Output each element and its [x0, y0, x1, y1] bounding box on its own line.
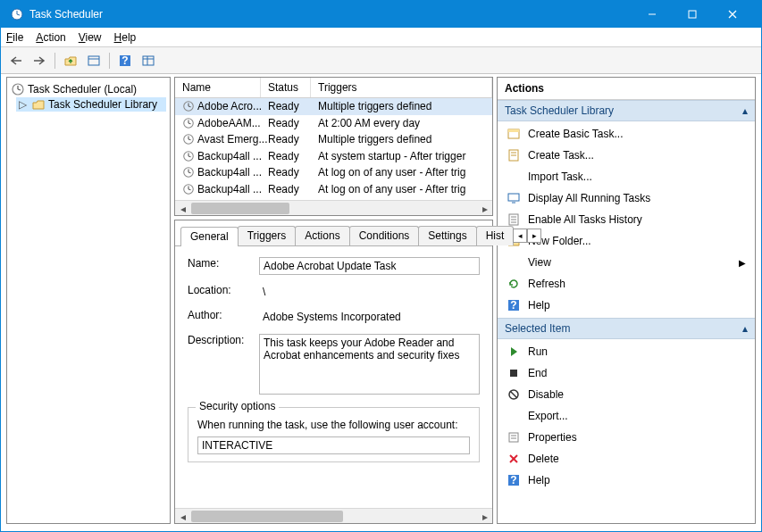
- action-display-all-running-tasks[interactable]: Display All Running Tasks: [498, 187, 755, 209]
- action-refresh[interactable]: Refresh: [498, 273, 755, 295]
- clock-icon: [10, 7, 24, 21]
- task-list-hscroll[interactable]: ◂▸: [175, 200, 492, 215]
- maximize-button[interactable]: [672, 1, 712, 28]
- action-label: Enable All Tasks History: [528, 213, 642, 226]
- action-run[interactable]: Run: [498, 341, 755, 362]
- close-button[interactable]: [712, 1, 752, 28]
- wizard-icon: [507, 127, 521, 141]
- detail-hscroll[interactable]: ◂▸: [175, 508, 492, 523]
- tree-root[interactable]: Task Scheduler (Local): [11, 81, 166, 97]
- action-label: Delete: [528, 453, 559, 465]
- task-name: Avast Emerg...: [197, 133, 267, 145]
- menu-action[interactable]: Action: [36, 31, 65, 44]
- up-folder-button[interactable]: [61, 51, 80, 71]
- tab-actions[interactable]: Actions: [295, 226, 349, 245]
- col-status[interactable]: Status: [261, 78, 311, 97]
- svg-line-22: [188, 123, 191, 124]
- action-label: Disable: [528, 388, 564, 401]
- tab-general[interactable]: General: [180, 227, 239, 246]
- action-label: View: [528, 256, 551, 269]
- actions-section-item[interactable]: Selected Item ▴: [498, 318, 755, 339]
- task-status: Ready: [268, 100, 318, 112]
- clock-icon: [182, 100, 195, 112]
- action-label: Refresh: [528, 278, 565, 290]
- refresh-icon: [507, 277, 521, 291]
- action-label: Import Task...: [528, 170, 592, 183]
- task-row[interactable]: Backup4all ...ReadyAt system startup - A…: [175, 148, 492, 165]
- tab-settings[interactable]: Settings: [418, 226, 476, 245]
- action-create-task[interactable]: Create Task...: [498, 145, 755, 166]
- task-row[interactable]: Backup4all ...ReadyAt log on of any user…: [175, 181, 492, 198]
- tree-root-label: Task Scheduler (Local): [28, 83, 137, 96]
- col-triggers[interactable]: Triggers: [311, 78, 492, 97]
- action-help[interactable]: ?Help: [498, 470, 755, 491]
- task-row[interactable]: AdobeAAM...ReadyAt 2:00 AM every day: [175, 115, 492, 132]
- action-properties[interactable]: Properties: [498, 427, 755, 448]
- action-label: Display All Running Tasks: [528, 192, 650, 204]
- svg-rect-39: [508, 129, 519, 132]
- tab-conditions[interactable]: Conditions: [349, 226, 420, 245]
- svg-line-34: [188, 189, 191, 190]
- panel2-button[interactable]: [138, 51, 158, 71]
- action-delete[interactable]: Delete: [498, 448, 755, 470]
- value-location: \: [259, 284, 480, 300]
- action-label: Export...: [528, 410, 568, 422]
- action-help[interactable]: ?Help: [498, 295, 755, 316]
- action-label: Run: [528, 345, 548, 358]
- value-name[interactable]: Adobe Acrobat Update Task: [259, 257, 480, 275]
- value-author: Adobe Systems Incorporated: [259, 309, 480, 325]
- tab-scroll-right[interactable]: ▸: [527, 229, 541, 243]
- svg-rect-51: [510, 370, 517, 377]
- task-row[interactable]: Adobe Acro...ReadyMultiple triggers defi…: [175, 98, 492, 115]
- end-icon: [507, 366, 521, 380]
- action-end[interactable]: End: [498, 362, 755, 384]
- action-disable[interactable]: Disable: [498, 384, 755, 405]
- props-icon: [507, 430, 521, 445]
- security-account: INTERACTIVE: [197, 436, 470, 454]
- task-status: Ready: [268, 183, 318, 195]
- display-icon: [507, 191, 521, 205]
- col-name[interactable]: Name: [175, 78, 261, 97]
- folder-icon: [31, 98, 46, 111]
- menu-file[interactable]: File: [6, 31, 23, 44]
- help-button[interactable]: ?: [115, 51, 135, 71]
- action-import-task[interactable]: Import Task...: [498, 166, 755, 187]
- svg-line-19: [188, 106, 191, 107]
- task-status: Ready: [268, 133, 318, 145]
- label-location: Location:: [188, 284, 259, 296]
- expand-icon[interactable]: ▷: [16, 98, 29, 111]
- task-row[interactable]: Avast Emerg...ReadyMultiple triggers def…: [175, 131, 492, 148]
- forward-button[interactable]: [29, 51, 49, 71]
- tree-library[interactable]: ▷ Task Scheduler Library: [16, 97, 166, 112]
- back-button[interactable]: [6, 51, 26, 71]
- task-triggers: At log on of any user - After trig: [318, 166, 492, 179]
- value-description[interactable]: This task keeps your Adobe Reader and Ac…: [259, 334, 480, 395]
- tab-history[interactable]: Hist: [476, 226, 515, 245]
- help-icon: ?: [507, 473, 521, 487]
- clock-icon: [11, 82, 25, 96]
- actions-section-library[interactable]: Task Scheduler Library ▴: [498, 100, 755, 121]
- svg-line-28: [188, 156, 191, 157]
- task-status: Ready: [268, 150, 318, 162]
- tab-triggers[interactable]: Triggers: [238, 226, 297, 245]
- security-legend: Security options: [196, 400, 279, 412]
- tree-library-label: Task Scheduler Library: [48, 98, 157, 111]
- action-export[interactable]: Export...: [498, 405, 755, 427]
- svg-rect-54: [509, 433, 518, 442]
- action-label: Create Basic Task...: [528, 128, 624, 140]
- minimize-button[interactable]: [632, 1, 672, 28]
- panel-button[interactable]: [84, 51, 104, 71]
- menu-help[interactable]: Help: [114, 31, 137, 44]
- action-view[interactable]: View▶: [498, 252, 755, 273]
- svg-text:?: ?: [121, 54, 128, 67]
- svg-rect-11: [143, 56, 154, 65]
- action-label: Help: [528, 299, 550, 312]
- svg-rect-4: [689, 11, 696, 18]
- action-enable-all-tasks-history[interactable]: Enable All Tasks History: [498, 209, 755, 230]
- tab-scroll-left[interactable]: ◂: [513, 229, 527, 243]
- action-create-basic-task[interactable]: Create Basic Task...: [498, 123, 755, 145]
- menu-view[interactable]: View: [79, 31, 102, 44]
- clock-icon: [182, 117, 195, 129]
- task-row[interactable]: Backup4all ...ReadyAt log on of any user…: [175, 164, 492, 181]
- history-icon: [507, 212, 521, 227]
